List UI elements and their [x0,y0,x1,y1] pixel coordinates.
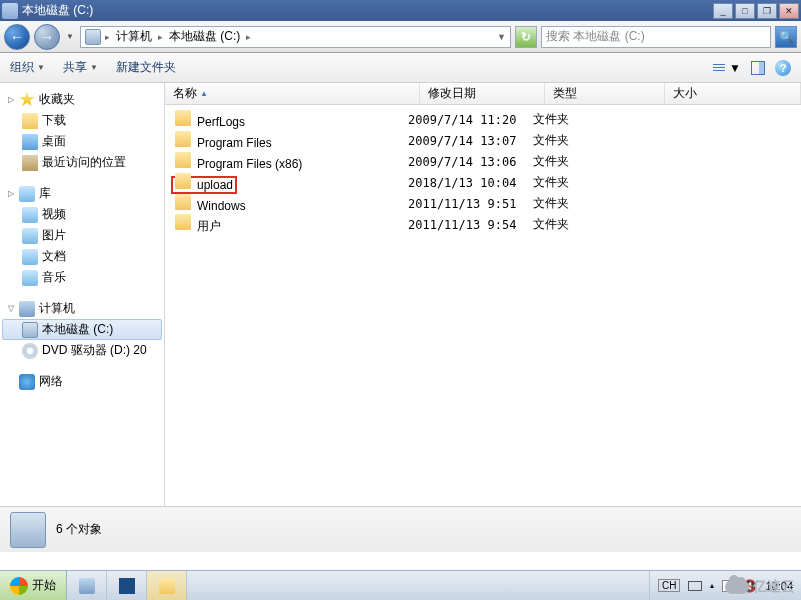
file-name: Windows [197,199,246,213]
file-row[interactable]: 用户2011/11/13 9:54文件夹 [165,214,801,235]
separator-icon: ▸ [158,32,163,42]
separator-icon: ▸ [105,32,110,42]
folder-icon [175,131,191,147]
drive-icon [85,29,101,45]
breadcrumb-computer[interactable]: 计算机 [114,27,154,46]
column-name[interactable]: 名称▲ [165,83,420,104]
address-dropdown-icon[interactable]: ▼ [497,32,506,42]
file-row[interactable]: PerfLogs2009/7/14 11:20文件夹 [165,109,801,130]
close-button[interactable]: ✕ [779,3,799,19]
organize-menu[interactable]: 组织▼ [10,59,45,76]
refresh-icon: ↻ [521,30,531,44]
tree-label: 本地磁盘 (C:) [42,321,113,338]
column-size[interactable]: 大小 [665,83,801,104]
tree-videos[interactable]: 视频 [2,204,162,225]
tree-drive-c[interactable]: 本地磁盘 (C:) [2,319,162,340]
file-name: Program Files (x86) [197,157,302,171]
toolbar: 组织▼ 共享▼ 新建文件夹 ▼ ? [0,53,801,83]
tree-label: 音乐 [42,269,66,286]
taskbar: 开始 CH ▴ 🔇 10:04 [0,570,801,600]
dvd-icon [22,343,38,359]
folder-icon [175,152,191,168]
column-type[interactable]: 类型 [545,83,665,104]
file-date: 2009/7/14 13:07 [408,134,533,148]
help-button[interactable]: ? [775,60,791,76]
folder-icon [175,173,191,189]
search-button[interactable]: 🔍 [775,26,797,48]
minimize-button[interactable]: _ [713,3,733,19]
file-type: 文件夹 [533,153,653,170]
search-input[interactable]: 搜索 本地磁盘 (C:) [541,26,771,48]
tree-pictures[interactable]: 图片 [2,225,162,246]
file-list: 名称▲ 修改日期 类型 大小 PerfLogs2009/7/14 11:20文件… [165,83,801,506]
computer-icon [19,301,35,317]
desktop-icon [22,134,38,150]
sort-asc-icon: ▲ [200,89,208,98]
drive-icon [22,322,38,338]
tree-documents[interactable]: 文档 [2,246,162,267]
list-view-icon [713,64,725,71]
folder-icon [175,214,191,230]
file-type: 文件夹 [533,195,653,212]
file-date: 2018/1/13 10:04 [408,176,533,190]
history-dropdown[interactable]: ▼ [64,26,76,48]
language-indicator[interactable]: CH [658,579,680,592]
watermark-text: 亿速云 [753,578,795,596]
tree-downloads[interactable]: 下载 [2,110,162,131]
file-row[interactable]: upload2018/1/13 10:04文件夹 [165,172,801,193]
tree-desktop[interactable]: 桌面 [2,131,162,152]
taskbar-explorer[interactable] [147,571,187,601]
watermark: 亿速云 [725,578,795,596]
recent-icon [22,155,38,171]
file-row[interactable]: Windows2011/11/13 9:51文件夹 [165,193,801,214]
taskbar-pin-powershell[interactable] [107,571,147,601]
tree-label: 计算机 [39,300,75,317]
refresh-button[interactable]: ↻ [515,26,537,48]
taskbar-pin-server[interactable] [67,571,107,601]
column-date[interactable]: 修改日期 [420,83,545,104]
folder-icon [175,110,191,126]
back-button[interactable]: ← [4,24,30,50]
expand-icon: ▷ [6,95,15,104]
maximize-button[interactable]: □ [735,3,755,19]
separator-icon: ▸ [246,32,251,42]
tree-recent[interactable]: 最近访问的位置 [2,152,162,173]
expand-icon: ▽ [6,304,15,313]
chevron-down-icon: ▼ [90,63,98,72]
keyboard-icon[interactable] [688,581,702,591]
tree-favorites[interactable]: ▷收藏夹 [2,89,162,110]
file-name: 用户 [197,219,221,233]
file-date: 2009/7/14 13:06 [408,155,533,169]
network-icon [19,374,35,390]
file-name: PerfLogs [197,115,245,129]
tree-computer[interactable]: ▽计算机 [2,298,162,319]
column-headers: 名称▲ 修改日期 类型 大小 [165,83,801,105]
breadcrumb-drive-c[interactable]: 本地磁盘 (C:) [167,27,242,46]
server-icon [79,578,95,594]
chevron-down-icon: ▼ [729,61,741,75]
restore-button[interactable]: ❐ [757,3,777,19]
tree-dvd[interactable]: DVD 驱动器 (D:) 20 [2,340,162,361]
drive-icon [10,512,46,548]
drive-icon [2,3,18,19]
tree-label: 最近访问的位置 [42,154,126,171]
file-row[interactable]: Program Files (x86)2009/7/14 13:06文件夹 [165,151,801,172]
preview-pane-button[interactable] [751,61,765,75]
address-bar[interactable]: ▸ 计算机 ▸ 本地磁盘 (C:) ▸ ▼ [80,26,511,48]
tree-libraries[interactable]: ▷库 [2,183,162,204]
tray-expand-icon[interactable]: ▴ [710,581,714,590]
documents-icon [22,249,38,265]
title-bar: 本地磁盘 (C:) _ □ ❐ ✕ [0,0,801,21]
tree-network[interactable]: 网络 [2,371,162,392]
start-button[interactable]: 开始 [0,571,67,601]
view-mode-button[interactable]: ▼ [713,61,741,75]
file-type: 文件夹 [533,111,653,128]
forward-button[interactable]: → [34,24,60,50]
star-icon [19,92,35,108]
tree-music[interactable]: 音乐 [2,267,162,288]
file-row[interactable]: Program Files2009/7/14 13:07文件夹 [165,130,801,151]
new-folder-button[interactable]: 新建文件夹 [116,59,176,76]
tree-label: 视频 [42,206,66,223]
share-menu[interactable]: 共享▼ [63,59,98,76]
tree-label: DVD 驱动器 (D:) 20 [42,342,147,359]
